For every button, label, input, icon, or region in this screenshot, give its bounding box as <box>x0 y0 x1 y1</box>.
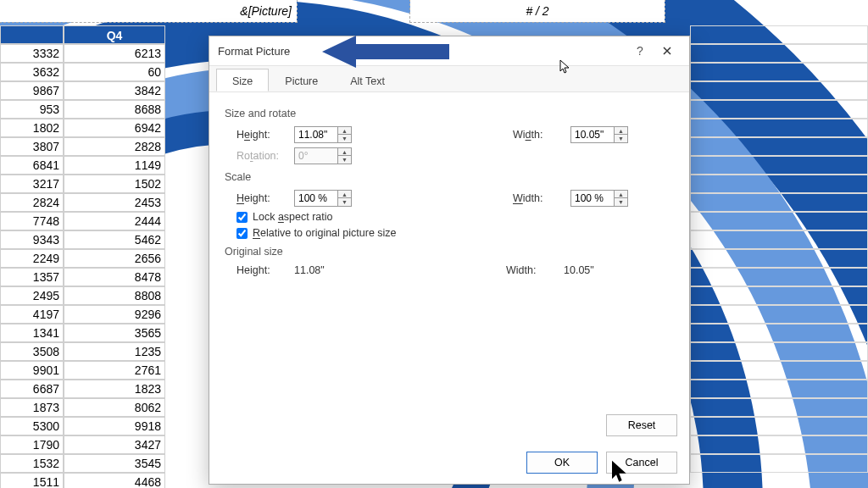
format-picture-dialog: Format Picture ? Size Picture Alt Text S… <box>209 36 690 485</box>
cell[interactable]: 9918 <box>64 417 165 435</box>
table-row: 13578478 <box>0 268 165 286</box>
cell[interactable]: 2495 <box>0 286 64 305</box>
close-icon[interactable] <box>654 39 681 63</box>
cell[interactable]: 7748 <box>0 212 64 230</box>
cell[interactable]: 1873 <box>0 398 64 417</box>
table-row: 22492656 <box>0 249 165 268</box>
cell[interactable]: 8062 <box>64 398 165 417</box>
cell[interactable]: 1823 <box>64 380 165 398</box>
relative-size-checkbox[interactable] <box>236 228 248 239</box>
col-header-q4: Q4 <box>64 25 165 44</box>
tab-alt-text[interactable]: Alt Text <box>334 69 401 92</box>
table-row: 9538688 <box>0 100 165 119</box>
cell[interactable]: 3217 <box>0 175 64 193</box>
table-row: 99012761 <box>0 361 165 380</box>
lock-aspect-checkbox[interactable] <box>236 212 248 223</box>
tab-picture[interactable]: Picture <box>269 69 334 92</box>
ok-button[interactable]: OK <box>526 452 598 474</box>
cell[interactable]: 9901 <box>0 361 64 380</box>
table-row: 28242453 <box>0 193 165 212</box>
cell[interactable]: 4468 <box>64 473 165 488</box>
cell[interactable]: 8478 <box>64 268 165 286</box>
scale-width-spinner[interactable]: ▲▼ <box>615 190 628 207</box>
cell[interactable]: 8808 <box>64 286 165 305</box>
table-row: 18026942 <box>0 119 165 137</box>
label-scale-height: Height: <box>236 192 286 204</box>
scale-height-input[interactable] <box>294 190 338 207</box>
size-width-spinner[interactable]: ▲▼ <box>615 126 628 143</box>
cell[interactable]: 1790 <box>0 435 64 454</box>
table-row: 15323545 <box>0 454 165 473</box>
table-row: 24958808 <box>0 286 165 305</box>
cell[interactable]: 9343 <box>0 230 64 249</box>
table-row: 35081235 <box>0 342 165 361</box>
reset-button[interactable]: Reset <box>606 414 677 436</box>
label-scale-width: Width: <box>513 192 562 204</box>
cell[interactable]: 5300 <box>0 417 64 435</box>
cell[interactable]: 6841 <box>0 156 64 175</box>
rotation-spinner: ▲▼ <box>338 147 352 164</box>
cell[interactable]: 1149 <box>64 156 165 175</box>
cell[interactable]: 2828 <box>64 137 165 156</box>
tab-size[interactable]: Size <box>216 69 269 92</box>
table-row: 33326213 <box>0 44 165 63</box>
label-orig-width: Width: <box>506 264 555 276</box>
cell[interactable]: 1511 <box>0 473 64 488</box>
label-rotation: Rotation: <box>236 150 286 162</box>
cell[interactable]: 3632 <box>0 63 64 81</box>
svg-marker-0 <box>322 36 449 68</box>
cell[interactable]: 2824 <box>0 193 64 212</box>
cell[interactable]: 1341 <box>0 324 64 342</box>
table-row: 93435462 <box>0 230 165 249</box>
header-page-token: # / 2 <box>410 0 665 22</box>
size-height-input[interactable] <box>294 126 338 143</box>
cell[interactable]: 3842 <box>64 81 165 100</box>
cell[interactable]: 5462 <box>64 230 165 249</box>
label-height: Height: <box>236 129 286 141</box>
relative-size-label: Relative to original picture size <box>253 227 397 239</box>
cell[interactable]: 60 <box>64 63 165 81</box>
cell[interactable]: 2656 <box>64 249 165 268</box>
cell[interactable]: 2249 <box>0 249 64 268</box>
cell[interactable]: 3332 <box>0 44 64 63</box>
lock-aspect-label: Lock aspect ratio <box>253 211 333 223</box>
size-height-spinner[interactable]: ▲▼ <box>338 126 352 143</box>
cell[interactable]: 3807 <box>0 137 64 156</box>
table-row: 53009918 <box>0 417 165 435</box>
cell[interactable]: 6942 <box>64 119 165 137</box>
scale-height-spinner[interactable]: ▲▼ <box>338 190 352 207</box>
cell[interactable]: 1502 <box>64 175 165 193</box>
dialog-title: Format Picture <box>218 45 290 58</box>
table-row: 41979296 <box>0 305 165 324</box>
cell[interactable]: 1235 <box>64 342 165 361</box>
cell[interactable]: 2761 <box>64 361 165 380</box>
cell[interactable]: 3508 <box>0 342 64 361</box>
cell[interactable]: 2453 <box>64 193 165 212</box>
table-row: 38072828 <box>0 137 165 156</box>
table-row: 363260 <box>0 63 165 81</box>
cell[interactable]: 953 <box>0 100 64 119</box>
data-columns: Q4 3332621336326098673842953868818026942… <box>0 25 165 488</box>
col-header-a <box>0 25 64 44</box>
rotation-input <box>294 147 338 164</box>
cell[interactable]: 1532 <box>0 454 64 473</box>
size-width-input[interactable] <box>570 126 615 143</box>
cell[interactable]: 6687 <box>0 380 64 398</box>
cell[interactable]: 3565 <box>64 324 165 342</box>
label-width: Width: <box>513 129 562 141</box>
cell[interactable]: 3427 <box>64 435 165 454</box>
cell[interactable]: 2444 <box>64 212 165 230</box>
cell[interactable]: 9867 <box>0 81 64 100</box>
cell[interactable]: 8688 <box>64 100 165 119</box>
cell[interactable]: 9296 <box>64 305 165 324</box>
cell[interactable]: 3545 <box>64 454 165 473</box>
header-left-token[interactable]: &[Picture] <box>0 0 297 22</box>
group-size-rotate: Size and rotate <box>225 108 674 119</box>
scale-width-input[interactable] <box>570 190 615 207</box>
table-row: 98673842 <box>0 81 165 100</box>
cell[interactable]: 1357 <box>0 268 64 286</box>
cell[interactable]: 6213 <box>64 44 165 63</box>
cell[interactable]: 4197 <box>0 305 64 324</box>
help-icon[interactable]: ? <box>626 39 654 63</box>
cell[interactable]: 1802 <box>0 119 64 137</box>
